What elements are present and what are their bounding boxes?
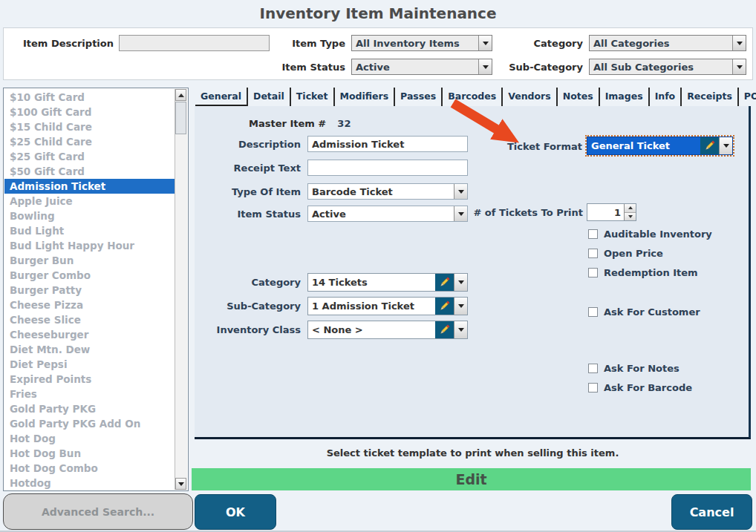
category-combo[interactable]: 14 Tickets [307, 273, 468, 292]
ask-for-notes-checkbox[interactable] [588, 364, 598, 373]
list-item[interactable]: Burger Combo [4, 268, 175, 283]
pencil-edit-icon[interactable] [435, 274, 454, 291]
list-item[interactable]: Fries [4, 387, 175, 401]
list-item-selected[interactable]: Admission Ticket [4, 179, 175, 194]
redemption-item-row: Redemption Item [588, 267, 698, 278]
inventory-item-maintenance-window: Inventory Item Maintenance Item Descript… [0, 0, 756, 532]
item-type-label: Item Type [264, 38, 345, 49]
auditable-inventory-checkbox[interactable] [588, 229, 598, 239]
tab-receipts[interactable]: Receipts [682, 88, 739, 107]
inventory-item-list: $10 Gift Card $100 Gift Card $15 Child C… [3, 88, 189, 491]
type-of-item-label: Type Of Item [195, 186, 301, 197]
list-item[interactable]: $100 Gift Card [4, 105, 175, 119]
sub-category-label: Sub-Category [195, 301, 301, 312]
list-item[interactable]: $15 Child Care [4, 119, 175, 134]
chevron-down-icon[interactable] [732, 36, 746, 50]
list-item[interactable]: Hot Dog Combo [4, 461, 175, 476]
item-description-input[interactable] [119, 35, 270, 51]
category-filter-dropdown[interactable]: All Categories [589, 35, 746, 51]
list-item[interactable]: Diet Mtn. Dew [4, 342, 175, 357]
chevron-down-icon[interactable] [454, 298, 467, 315]
list-item[interactable]: Hot Dog Bun [4, 446, 175, 461]
list-item[interactable]: Hot Dog [4, 431, 175, 446]
pencil-edit-icon[interactable] [435, 298, 454, 315]
chevron-down-icon[interactable] [454, 184, 467, 199]
list-scrollbar[interactable] [175, 89, 187, 490]
list-item[interactable]: Burger Patty [4, 283, 175, 298]
list-item[interactable]: Bud Light [4, 223, 175, 238]
edit-mode-bar: Edit [192, 468, 751, 490]
page-title: Inventory Item Maintenance [0, 4, 756, 22]
list-item[interactable]: Bowling [4, 208, 175, 223]
sub-category-filter-dropdown[interactable]: All Sub Categories [589, 59, 746, 75]
spinner-down-icon[interactable] [625, 213, 636, 221]
chevron-down-icon[interactable] [732, 59, 746, 74]
redemption-item-checkbox[interactable] [588, 268, 598, 278]
ask-for-customer-checkbox[interactable] [588, 307, 598, 317]
receipt-text-input[interactable] [307, 160, 468, 176]
tab-notes[interactable]: Notes [558, 88, 600, 107]
tab-images[interactable]: Images [600, 88, 650, 107]
inventory-class-combo[interactable]: < None > [307, 321, 468, 339]
list-item[interactable]: Cheese Pizza [4, 298, 175, 312]
list-item[interactable]: Bud Light Happy Hour [4, 238, 175, 253]
scroll-down-icon[interactable] [175, 478, 186, 490]
tab-pos[interactable]: PO's [739, 88, 756, 107]
list-item[interactable]: $25 Child Care [4, 134, 175, 149]
scroll-up-icon[interactable] [175, 89, 186, 101]
list-item[interactable]: Burger Bun [4, 253, 175, 268]
ok-button[interactable]: OK [195, 494, 276, 530]
auditable-inventory-row: Auditable Inventory [588, 229, 712, 240]
list-item[interactable]: Cheese Slice [4, 312, 175, 327]
chevron-down-icon[interactable] [719, 137, 732, 154]
sub-category-combo[interactable]: 1 Admission Ticket [307, 297, 468, 315]
tab-modifiers[interactable]: Modifiers [335, 88, 396, 107]
item-description-label: Item Description [22, 38, 114, 49]
tab-passes[interactable]: Passes [395, 88, 443, 107]
scrollbar-thumb[interactable] [175, 102, 186, 134]
tab-general[interactable]: General [195, 88, 248, 107]
tab-detail[interactable]: Detail [248, 88, 291, 107]
list-item[interactable]: Hotdog [4, 476, 175, 490]
advanced-search-button[interactable]: Advanced Search... [3, 493, 193, 530]
general-tab-panel: Master Item # 32 Description Receipt Tex… [195, 106, 751, 439]
list-item[interactable]: $50 Gift Card [4, 164, 175, 179]
tickets-to-print-label: # of Tickets To Print [440, 207, 583, 218]
list-item[interactable]: Expired Points [4, 372, 175, 387]
tickets-to-print-stepper[interactable]: 1 [587, 203, 636, 221]
status-message: Select ticket template to print when sel… [195, 447, 751, 459]
receipt-text-label: Receipt Text [195, 162, 301, 174]
ticket-format-combo[interactable]: General Ticket [587, 137, 733, 155]
list-item[interactable]: Diet Pepsi [4, 357, 175, 372]
spinner-up-icon[interactable] [625, 204, 636, 213]
item-type-dropdown[interactable]: All Inventory Items [351, 35, 492, 51]
list-item[interactable]: $25 Gift Card [4, 149, 175, 164]
ask-for-barcode-row: Ask For Barcode [588, 382, 692, 393]
tab-vendors[interactable]: Vendors [503, 88, 558, 107]
master-item-value: 32 [337, 118, 351, 129]
tab-barcodes[interactable]: Barcodes [443, 88, 503, 107]
chevron-down-icon[interactable] [454, 321, 467, 338]
list-item[interactable]: $10 Gift Card [4, 90, 175, 105]
tab-info[interactable]: Info [650, 88, 682, 107]
item-rows: $10 Gift Card $100 Gift Card $15 Child C… [4, 90, 175, 490]
list-item[interactable]: Apple Juice [4, 194, 175, 208]
ask-for-notes-row: Ask For Notes [588, 363, 680, 374]
tab-strip: General Detail Ticket Modifiers Passes B… [195, 88, 756, 107]
pencil-edit-icon[interactable] [435, 321, 454, 338]
tab-ticket[interactable]: Ticket [291, 88, 335, 107]
open-price-checkbox[interactable] [588, 249, 598, 258]
cancel-button[interactable]: Cancel [671, 494, 752, 530]
ask-for-barcode-checkbox[interactable] [588, 383, 598, 393]
open-price-row: Open Price [588, 248, 663, 259]
description-input[interactable] [307, 136, 468, 152]
chevron-down-icon[interactable] [478, 36, 492, 50]
list-item[interactable]: Cheeseburger [4, 327, 175, 342]
chevron-down-icon[interactable] [454, 274, 467, 291]
filter-panel: Item Description Item Type All Inventory… [3, 27, 753, 80]
pencil-edit-icon[interactable] [700, 137, 719, 154]
item-status-filter-dropdown[interactable]: Active [351, 59, 492, 75]
type-of-item-dropdown[interactable]: Barcode Ticket [307, 183, 468, 200]
list-item[interactable]: Gold Party PKG Add On [4, 416, 175, 431]
list-item[interactable]: Gold Party PKG [4, 401, 175, 416]
